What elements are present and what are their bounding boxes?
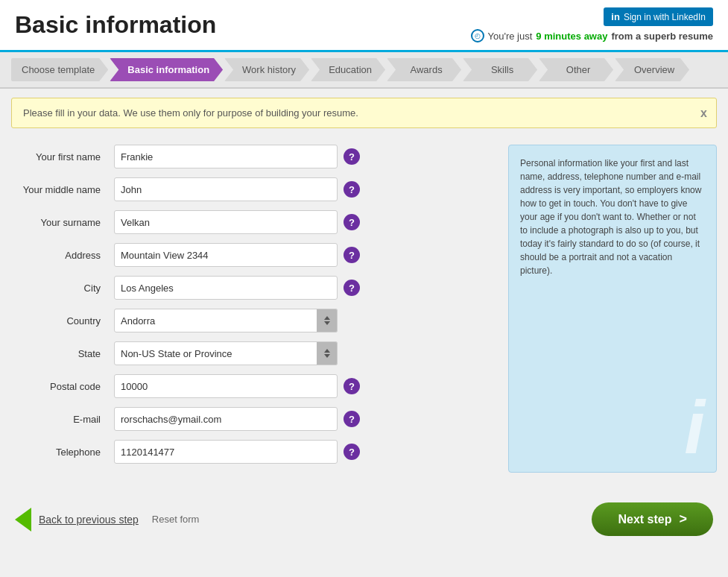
tab-education[interactable]: Education: [311, 58, 385, 81]
label-address: Address: [11, 250, 108, 261]
footer: Back to previous step Reset form Next st…: [0, 488, 728, 547]
input-telephone[interactable]: [114, 440, 338, 464]
tab-other[interactable]: Other: [539, 58, 613, 81]
form-row-email: E-mail ?: [11, 407, 493, 431]
label-middle-name: Your middle name: [11, 184, 108, 195]
input-surname[interactable]: [114, 210, 338, 234]
tab-awards[interactable]: Awards: [387, 58, 461, 81]
form-row-country: Country Andorra United States United Kin…: [11, 309, 493, 332]
info-icon: i: [684, 390, 705, 464]
form-row-surname: Your surname ?: [11, 210, 493, 234]
tab-choose-template[interactable]: Choose template: [11, 58, 108, 81]
time-message: ◴ You're just 9 minutes away from a supe…: [471, 29, 713, 42]
form-row-city: City ?: [11, 276, 493, 300]
select-wrapper-state: Non-US State or Province Alabama Califor…: [114, 341, 338, 365]
input-postal-code[interactable]: [114, 374, 338, 398]
notice-banner: Please fill in your data. We use them on…: [11, 98, 717, 128]
tab-work-history[interactable]: Work history: [224, 58, 309, 81]
time-suffix: from a superb resume: [611, 31, 713, 42]
label-email: E-mail: [11, 414, 108, 425]
next-arrow-icon: >: [679, 511, 687, 527]
label-first-name: Your first name: [11, 151, 108, 163]
reset-form-link[interactable]: Reset form: [152, 514, 200, 525]
linkedin-signin-button[interactable]: in Sign in with LinkedIn: [604, 7, 713, 26]
main-content: Your first name ? Your middle name ? You…: [0, 137, 728, 480]
label-telephone: Telephone: [11, 447, 108, 458]
help-icon-middle-name[interactable]: ?: [344, 181, 360, 198]
input-city[interactable]: [114, 276, 338, 300]
input-first-name[interactable]: [114, 145, 338, 168]
tab-overview[interactable]: Overview: [615, 58, 689, 81]
help-icon-address[interactable]: ?: [344, 247, 360, 263]
help-icon-postal-code[interactable]: ?: [344, 378, 360, 394]
page-title: Basic information: [15, 11, 216, 39]
form-row-telephone: Telephone ?: [11, 440, 493, 464]
form-row-first-name: Your first name ?: [11, 145, 493, 168]
info-panel: Personal information like your first and…: [508, 145, 717, 473]
input-email[interactable]: [114, 407, 338, 431]
minutes-highlight: 9 minutes away: [536, 31, 607, 42]
select-state[interactable]: Non-US State or Province Alabama Califor…: [114, 341, 338, 365]
label-surname: Your surname: [11, 217, 108, 228]
form-row-postal-code: Postal code ?: [11, 374, 493, 398]
next-step-button[interactable]: Next step >: [592, 502, 713, 536]
help-icon-first-name[interactable]: ?: [344, 148, 360, 165]
select-wrapper-country: Andorra United States United Kingdom Can…: [114, 309, 338, 332]
form-row-middle-name: Your middle name ?: [11, 177, 493, 201]
back-arrow-icon[interactable]: [15, 508, 31, 532]
header-right: in Sign in with LinkedIn ◴ You're just 9…: [471, 7, 713, 42]
notice-close-button[interactable]: x: [700, 107, 707, 120]
help-icon-surname[interactable]: ?: [344, 214, 360, 230]
linkedin-icon: in: [611, 11, 620, 22]
label-postal-code: Postal code: [11, 381, 108, 392]
help-icon-city[interactable]: ?: [344, 280, 360, 296]
footer-left: Back to previous step Reset form: [15, 508, 199, 532]
header: Basic information in Sign in with Linked…: [0, 0, 728, 52]
tab-basic-information[interactable]: Basic information: [110, 58, 223, 81]
help-icon-telephone[interactable]: ?: [344, 444, 360, 460]
next-step-label: Next step: [618, 513, 671, 526]
tabs-bar: Choose template Basic information Work h…: [0, 52, 728, 89]
label-city: City: [11, 283, 108, 294]
input-middle-name[interactable]: [114, 177, 338, 201]
label-state: State: [11, 348, 108, 359]
form-section: Your first name ? Your middle name ? You…: [11, 145, 493, 473]
select-country[interactable]: Andorra United States United Kingdom Can…: [114, 309, 338, 332]
label-country: Country: [11, 315, 108, 327]
help-icon-email[interactable]: ?: [344, 411, 360, 427]
input-address[interactable]: [114, 243, 338, 267]
clock-icon: ◴: [471, 29, 484, 42]
info-panel-text: Personal information like your first and…: [520, 157, 705, 277]
form-row-state: State Non-US State or Province Alabama C…: [11, 341, 493, 365]
notice-text: Please fill in your data. We use them on…: [23, 107, 358, 119]
tab-skills[interactable]: Skills: [463, 58, 537, 81]
back-button[interactable]: Back to previous step: [39, 514, 139, 526]
form-row-address: Address ?: [11, 243, 493, 267]
